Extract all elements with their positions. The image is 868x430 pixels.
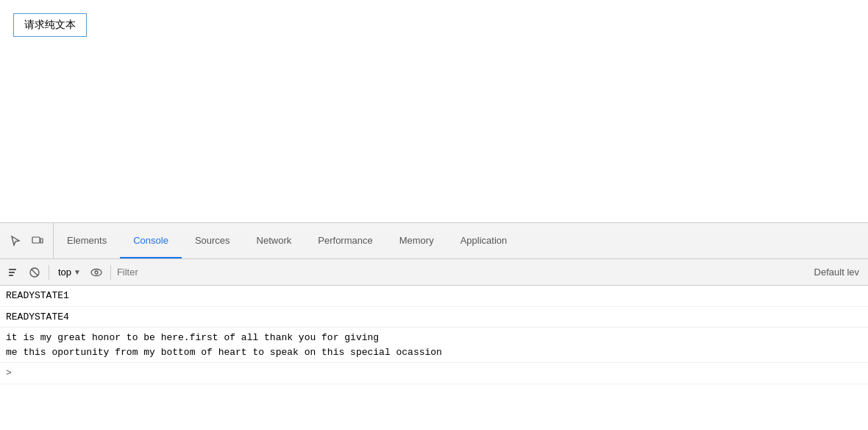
console-output: READYSTATE1 READYSTATE4 it is my great h… <box>0 286 868 430</box>
context-selector[interactable]: top ▼ <box>55 267 84 278</box>
console-input[interactable] <box>15 367 862 378</box>
svg-point-7 <box>91 269 102 275</box>
default-level-label: Default lev <box>814 267 859 278</box>
svg-point-8 <box>95 271 98 274</box>
console-line-readystate1: READYSTATE1 <box>0 286 868 307</box>
svg-rect-3 <box>9 272 15 273</box>
block-network-button[interactable] <box>26 264 43 281</box>
context-dropdown-arrow: ▼ <box>74 268 81 276</box>
page-area: 请求纯文本 <box>0 0 868 222</box>
svg-rect-0 <box>32 237 40 243</box>
console-toolbar: top ▼ Default lev <box>0 259 868 286</box>
svg-line-6 <box>32 269 38 275</box>
tab-application[interactable]: Application <box>447 223 521 258</box>
tab-sources[interactable]: Sources <box>182 223 243 258</box>
request-plaintext-button[interactable]: 请求纯文本 <box>13 13 87 37</box>
devtools-icon-buttons <box>0 223 54 258</box>
context-select-input[interactable]: top <box>58 267 72 278</box>
eye-icon[interactable] <box>88 264 104 281</box>
devtools-tabs: Elements Console Sources Network Perform… <box>54 223 520 258</box>
tab-memory[interactable]: Memory <box>386 223 447 258</box>
filter-input-wrapper <box>117 267 810 278</box>
clear-console-button[interactable] <box>6 264 22 281</box>
select-element-icon[interactable] <box>7 233 24 249</box>
toolbar-divider-1 <box>49 265 49 280</box>
console-line-readystate4: READYSTATE4 <box>0 307 868 328</box>
toolbar-divider-2 <box>110 265 111 280</box>
svg-rect-4 <box>9 275 13 276</box>
filter-input[interactable] <box>117 267 810 278</box>
tab-console[interactable]: Console <box>120 223 182 258</box>
tab-performance[interactable]: Performance <box>305 223 385 258</box>
prompt-arrow: > <box>6 366 12 381</box>
console-line-message: it is my great honor to be here.first of… <box>0 328 868 363</box>
svg-rect-1 <box>40 239 43 243</box>
devtools-panel: Elements Console Sources Network Perform… <box>0 222 868 430</box>
device-toolbar-icon[interactable] <box>29 233 46 249</box>
console-prompt[interactable]: > <box>0 363 868 384</box>
tab-elements[interactable]: Elements <box>54 223 120 258</box>
devtools-tab-bar: Elements Console Sources Network Perform… <box>0 223 868 259</box>
tab-network[interactable]: Network <box>243 223 305 258</box>
svg-rect-2 <box>9 269 16 270</box>
